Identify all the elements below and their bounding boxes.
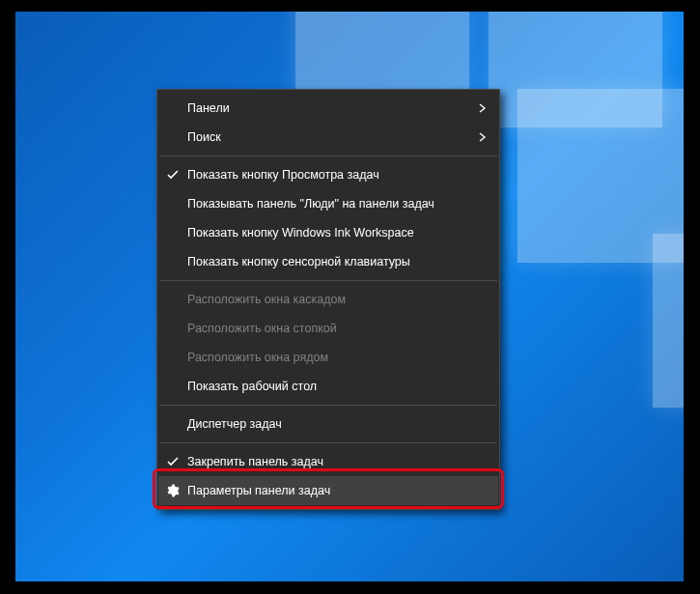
- check-icon: [158, 170, 187, 180]
- menu-item-side-by-side: Расположить окна рядом: [158, 343, 498, 372]
- chevron-right-icon: [471, 132, 487, 142]
- menu-item-stack-windows: Расположить окна стопкой: [158, 314, 498, 343]
- menu-item-show-ink-workspace[interactable]: Показать кнопку Windows Ink Workspace: [158, 218, 498, 247]
- menu-item-taskbar-settings[interactable]: Параметры панели задач: [158, 476, 498, 505]
- taskbar-context-menu: Панели Поиск Показать кнопку Просмотра з…: [156, 89, 500, 510]
- check-icon: [158, 457, 187, 467]
- menu-item-label: Параметры панели задач: [187, 484, 487, 497]
- screenshot-frame: Панели Поиск Показать кнопку Просмотра з…: [0, 0, 700, 594]
- menu-item-label: Показывать панель "Люди" на панели задач: [187, 197, 487, 211]
- menu-item-show-touch-keyboard[interactable]: Показать кнопку сенсорной клавиатуры: [158, 247, 498, 276]
- menu-item-label: Показать рабочий стол: [187, 380, 487, 393]
- menu-item-label: Расположить окна стопкой: [187, 322, 487, 335]
- gear-icon: [158, 484, 187, 497]
- menu-item-lock-taskbar[interactable]: Закрепить панель задач: [158, 447, 498, 476]
- chevron-right-icon: [471, 103, 487, 113]
- desktop-background: Панели Поиск Показать кнопку Просмотра з…: [15, 12, 684, 581]
- menu-separator: [159, 442, 497, 443]
- menu-item-label: Закрепить панель задач: [187, 455, 487, 468]
- menu-item-label: Расположить окна рядом: [187, 351, 487, 364]
- menu-item-search[interactable]: Поиск: [158, 123, 498, 152]
- menu-item-label: Поиск: [187, 130, 471, 144]
- menu-item-cascade-windows: Расположить окна каскадом: [158, 285, 498, 314]
- menu-item-label: Панели: [187, 101, 471, 115]
- menu-item-label: Показать кнопку Просмотра задач: [187, 168, 487, 182]
- menu-item-label: Диспетчер задач: [187, 417, 487, 431]
- menu-item-label: Расположить окна каскадом: [187, 293, 487, 306]
- menu-item-task-manager[interactable]: Диспетчер задач: [158, 410, 498, 438]
- decor-square: [653, 234, 684, 408]
- menu-item-show-desktop[interactable]: Показать рабочий стол: [158, 372, 498, 401]
- menu-item-toolbars[interactable]: Панели: [158, 94, 498, 123]
- menu-separator: [159, 156, 497, 156]
- menu-item-show-people[interactable]: Показывать панель "Люди" на панели задач: [158, 189, 498, 218]
- menu-item-show-task-view[interactable]: Показать кнопку Просмотра задач: [158, 160, 498, 189]
- menu-item-label: Показать кнопку сенсорной клавиатуры: [187, 255, 487, 269]
- menu-separator: [159, 280, 497, 281]
- menu-separator: [159, 405, 497, 406]
- menu-item-label: Показать кнопку Windows Ink Workspace: [187, 226, 487, 240]
